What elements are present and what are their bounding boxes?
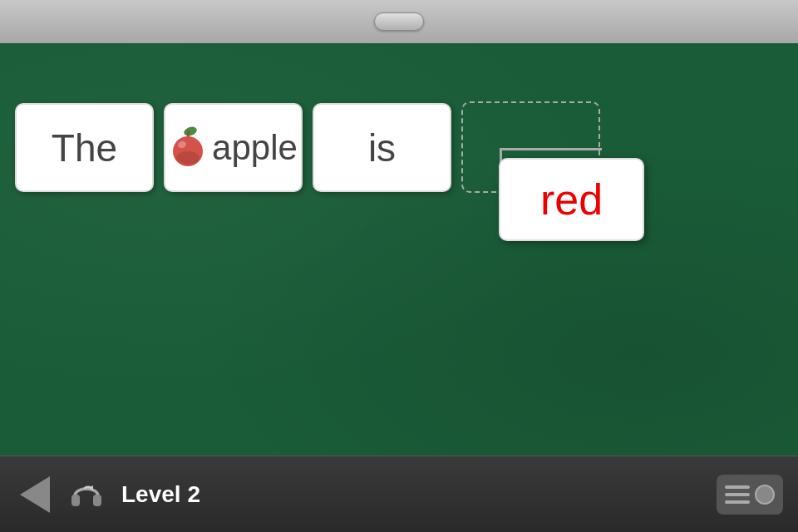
- back-button[interactable]: [15, 475, 55, 515]
- svg-point-0: [183, 126, 198, 137]
- projector-lines-icon: [725, 485, 750, 504]
- back-arrow-icon: [20, 476, 50, 513]
- headphones-icon: [68, 476, 105, 513]
- cards-row: The apple: [0, 103, 451, 192]
- level-label: Level 2: [121, 481, 200, 508]
- svg-rect-5: [71, 495, 80, 506]
- svg-point-4: [176, 151, 200, 165]
- apple-image: [169, 126, 207, 170]
- toolbar: Level 2: [0, 456, 798, 532]
- word-red-text: red: [540, 175, 603, 224]
- word-the-text: The: [52, 126, 117, 170]
- word-card-is[interactable]: is: [313, 103, 451, 192]
- headphones-button[interactable]: [68, 476, 105, 513]
- projector-button[interactable]: [717, 475, 783, 515]
- word-card-red[interactable]: red: [499, 158, 644, 241]
- connector-h: [502, 148, 602, 150]
- word-card-apple[interactable]: apple: [164, 103, 303, 192]
- chalkboard: The apple: [0, 43, 798, 489]
- top-bar: [0, 0, 798, 43]
- slider-handle[interactable]: [374, 12, 424, 31]
- svg-rect-6: [93, 495, 101, 506]
- svg-rect-1: [187, 131, 190, 137]
- word-apple-text: apple: [212, 128, 298, 168]
- toolbar-right: [717, 475, 783, 515]
- toolbar-left: Level 2: [15, 475, 200, 515]
- word-is-text: is: [368, 126, 396, 170]
- word-card-the[interactable]: The: [15, 103, 154, 192]
- projector-lens-icon: [755, 485, 775, 505]
